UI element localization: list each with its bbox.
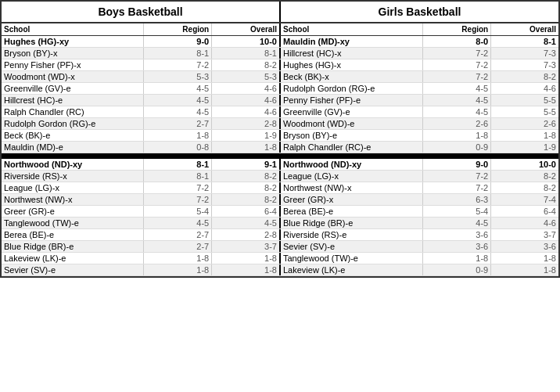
girls-region-cell: 2-6 — [423, 118, 491, 129]
boys-overall-cell: 4-5 — [212, 218, 279, 228]
boys-overall-cell: 8-2 — [212, 182, 279, 193]
girls-school-cell: Mauldin (MD)-xy — [281, 36, 423, 47]
boys-overall-cell: 2-8 — [212, 118, 279, 129]
table-row: Penny Fisher (PF)-x7-28-2Hughes (HG)-x7-… — [2, 59, 558, 71]
girls-overall-cell: 1-8 — [491, 130, 558, 141]
girls-overall-cell: 10-0 — [491, 159, 558, 170]
girls-overall-cell: 3-7 — [491, 229, 558, 240]
girls-overall-cell: 7-3 — [491, 59, 558, 70]
girls-region-cell: 6-3 — [423, 194, 491, 205]
page-container: Boys Basketball Girls Basketball School … — [0, 0, 560, 278]
table-row: League (LG)-x7-28-2Northwest (NW)-x7-28-… — [2, 182, 558, 194]
boys-region-cell: 1-8 — [144, 253, 212, 264]
group2-rows: Northwood (ND)-xy8-19-1Northwood (ND)-xy… — [2, 159, 558, 276]
girls-overall-cell: 1-8 — [491, 264, 558, 275]
boys-school-cell: Northwood (ND)-xy — [2, 159, 144, 170]
girls-school-cell: Hughes (HG)-x — [281, 59, 423, 70]
boys-region-cell: 9-0 — [144, 36, 212, 47]
table-row: Ralph Chandler (RC)4-54-6Greenville (GV)… — [2, 106, 558, 118]
girls-school-cell: Bryson (BY)-e — [281, 130, 423, 141]
table-row: Greenville (GV)-e4-54-6Rudolph Gordon (R… — [2, 83, 558, 95]
boys-overall-cell: 6-4 — [212, 206, 279, 217]
girls-overall-cell: 8-2 — [491, 171, 558, 182]
girls-region-cell: 4-5 — [423, 83, 491, 94]
boys-region-cell: 0-8 — [144, 142, 212, 153]
boys-school-cell: Greenville (GV)-e — [2, 83, 144, 94]
boys-school-cell: Ralph Chandler (RC) — [2, 106, 144, 117]
boys-overall-cell: 2-8 — [212, 229, 279, 240]
girls-overall-cell: 7-4 — [491, 194, 558, 205]
boys-region-cell: 8-1 — [144, 159, 212, 170]
girls-school-cell: Sevier (SV)-e — [281, 241, 423, 252]
boys-school-cell: Northwest (NW)-x — [2, 194, 144, 205]
boys-region-col-header: Region — [144, 23, 212, 35]
girls-region-cell: 8-0 — [423, 36, 491, 47]
boys-region-cell: 2-7 — [144, 241, 212, 252]
boys-school-cell: Hughes (HG)-xy — [2, 36, 144, 47]
girls-overall-cell: 8-2 — [491, 71, 558, 82]
boys-overall-cell: 4-6 — [212, 106, 279, 117]
table-row: Lakeview (LK)-e1-81-8Tanglewood (TW)-e1-… — [2, 253, 558, 264]
girls-overall-cell: 7-3 — [491, 48, 558, 59]
girls-school-cell: Riverside (RS)-e — [281, 229, 423, 240]
boys-region-cell: 4-5 — [144, 218, 212, 228]
girls-school-col-header: School — [281, 23, 423, 35]
girls-overall-cell: 4-6 — [491, 83, 558, 94]
boys-school-cell: Penny Fisher (PF)-x — [2, 59, 144, 70]
boys-overall-cell: 4-6 — [212, 95, 279, 106]
girls-school-cell: Woodmont (WD)-e — [281, 118, 423, 129]
girls-overall-cell: 5-5 — [491, 95, 558, 106]
boys-overall-cell: 8-1 — [212, 48, 279, 59]
boys-region-cell: 1-8 — [144, 130, 212, 141]
table-row: Beck (BK)-e1-81-9Bryson (BY)-e1-81-8 — [2, 130, 558, 142]
girls-basketball-header: Girls Basketball — [281, 2, 558, 22]
girls-overall-cell: 4-6 — [491, 218, 558, 228]
girls-region-cell: 0-9 — [423, 142, 491, 153]
girls-school-cell: Berea (BE)-e — [281, 206, 423, 217]
boys-overall-cell: 8-2 — [212, 171, 279, 182]
boys-overall-cell: 1-9 — [212, 130, 279, 141]
boys-region-cell: 4-5 — [144, 83, 212, 94]
boys-school-cell: Beck (BK)-e — [2, 130, 144, 141]
girls-region-cell: 7-2 — [423, 71, 491, 82]
girls-overall-cell: 1-8 — [491, 253, 558, 264]
boys-school-cell: Mauldin (MD)-e — [2, 142, 144, 153]
boys-overall-cell: 4-6 — [212, 83, 279, 94]
girls-region-cell: 7-2 — [423, 182, 491, 193]
group-divider — [2, 153, 558, 159]
boys-school-cell: Berea (BE)-e — [2, 229, 144, 240]
boys-region-cell: 8-1 — [144, 48, 212, 59]
boys-overall-cell: 3-7 — [212, 241, 279, 252]
boys-region-cell: 7-2 — [144, 194, 212, 205]
girls-school-cell: Greenville (GV)-e — [281, 106, 423, 117]
table-row: Northwest (NW)-x7-28-2Greer (GR)-x6-37-4 — [2, 194, 558, 206]
girls-region-cell: 3-6 — [423, 241, 491, 252]
girls-school-cell: Blue Ridge (BR)-e — [281, 218, 423, 228]
girls-overall-cell: 8-2 — [491, 182, 558, 193]
boys-overall-cell: 5-3 — [212, 71, 279, 82]
boys-overall-cell: 9-1 — [212, 159, 279, 170]
boys-region-cell: 1-8 — [144, 264, 212, 275]
boys-region-cell: 7-2 — [144, 182, 212, 193]
boys-overall-cell: 1-8 — [212, 253, 279, 264]
boys-region-cell: 5-3 — [144, 71, 212, 82]
table-row: Woodmont (WD)-x5-35-3Beck (BK)-x7-28-2 — [2, 71, 558, 83]
table-row: Northwood (ND)-xy8-19-1Northwood (ND)-xy… — [2, 159, 558, 171]
table-row: Hughes (HG)-xy9-010-0Mauldin (MD)-xy8-08… — [2, 36, 558, 48]
boys-school-cell: Hillcrest (HC)-e — [2, 95, 144, 106]
table-row: Blue Ridge (BR)-e2-73-7Sevier (SV)-e3-63… — [2, 241, 558, 253]
girls-region-cell: 0-9 — [423, 264, 491, 275]
girls-overall-col-header: Overall — [491, 23, 558, 35]
girls-school-cell: Lakeview (LK)-e — [281, 264, 423, 275]
girls-overall-cell: 2-6 — [491, 118, 558, 129]
boys-school-cell: Blue Ridge (BR)-e — [2, 241, 144, 252]
top-headers: Boys Basketball Girls Basketball — [2, 2, 558, 23]
girls-region-cell: 5-4 — [423, 206, 491, 217]
girls-school-cell: Rudolph Gordon (RG)-e — [281, 83, 423, 94]
girls-region-cell: 1-8 — [423, 253, 491, 264]
girls-school-cell: Greer (GR)-x — [281, 194, 423, 205]
table-row: Sevier (SV)-e1-81-8Lakeview (LK)-e0-91-8 — [2, 264, 558, 276]
girls-school-cell: Northwood (ND)-xy — [281, 159, 423, 170]
girls-overall-cell: 1-9 — [491, 142, 558, 153]
boys-overall-cell: 1-8 — [212, 264, 279, 275]
